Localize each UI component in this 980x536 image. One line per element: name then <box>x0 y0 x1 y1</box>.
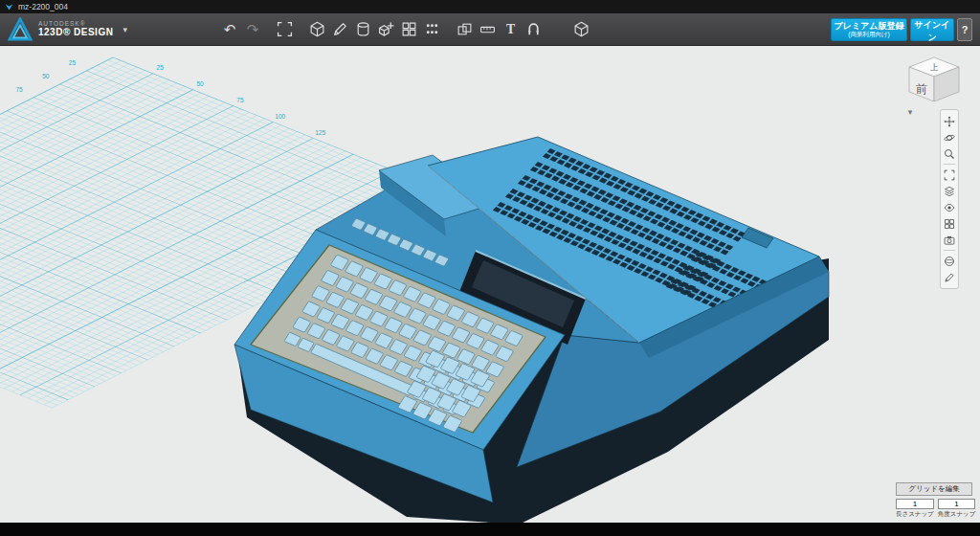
autodesk-123d-logo-icon <box>8 17 33 42</box>
window-titlebar: mz-2200_004 <box>0 0 980 13</box>
sketch-button[interactable] <box>329 18 352 41</box>
zoom-icon <box>944 148 955 160</box>
wireframe-button[interactable] <box>942 215 957 232</box>
app-menu-chevron-down-icon[interactable]: ▾ <box>122 25 127 34</box>
bottom-status-bar <box>0 523 980 536</box>
redo-icon: ↷ <box>247 22 259 36</box>
pattern-icon <box>401 21 417 37</box>
view-settings-button[interactable] <box>570 18 593 41</box>
orbit-button[interactable] <box>942 129 957 145</box>
toolbar-separator <box>944 250 955 251</box>
transform-button[interactable] <box>274 18 297 41</box>
primitives-icon <box>309 21 325 37</box>
modify-button[interactable] <box>375 18 398 41</box>
premium-button-line2: (商業利用向け) <box>848 31 889 37</box>
annotate-button[interactable] <box>942 269 957 285</box>
grid-axis-label: 75 <box>236 97 244 103</box>
combine-button[interactable] <box>454 18 477 41</box>
screenshot-icon <box>944 234 955 246</box>
modify-icon <box>378 21 394 37</box>
pattern-button[interactable] <box>398 18 421 41</box>
edit-grid-button[interactable]: グリッドを編集 <box>896 482 972 496</box>
sign-in-button[interactable]: サインイン <box>910 18 954 41</box>
primitives-button[interactable] <box>306 18 329 41</box>
angle-snap-input[interactable] <box>938 499 976 509</box>
orbit-icon <box>944 132 955 144</box>
view-style-button[interactable] <box>942 183 957 199</box>
transform-icon <box>277 21 293 37</box>
length-snap-label: 長さスナップ <box>896 510 934 519</box>
measure-button[interactable] <box>477 18 500 41</box>
pan-button[interactable] <box>942 113 957 129</box>
grid-axis-label: 75 <box>15 86 23 93</box>
visibility-button[interactable] <box>942 199 957 215</box>
undo-button[interactable]: ↶ <box>218 18 241 41</box>
text-icon <box>502 21 519 37</box>
grid-axis-label: 125 <box>315 129 325 136</box>
visibility-icon <box>944 202 955 213</box>
wireframe-icon <box>944 218 955 230</box>
combine-icon <box>457 21 473 37</box>
view-cube-front-label: 前 <box>916 82 927 96</box>
pan-icon <box>944 116 955 127</box>
grid-axis-label: 50 <box>42 73 50 79</box>
grid-axis-label: 25 <box>69 59 77 66</box>
grid-axis-label: 25 <box>157 64 165 71</box>
toolbar-tools: ↶↷ <box>218 18 593 41</box>
fit-view-button[interactable] <box>942 167 957 183</box>
main-toolbar: AUTODESK® 123D® DESIGN ▾ ↶↷ プレミアム版登録 (商業… <box>0 13 980 46</box>
snap-icon <box>525 21 542 37</box>
computer-model[interactable] <box>234 137 829 523</box>
help-button[interactable]: ? <box>957 18 972 41</box>
viewport-3d[interactable]: 252550507575100125 上 前 ▾ グリッドを編集 長さスナップ … <box>0 46 980 523</box>
material-button[interactable] <box>942 253 957 269</box>
screenshot-button[interactable] <box>942 232 957 248</box>
view-toolbar <box>940 109 959 289</box>
view-settings-icon <box>573 21 590 37</box>
grid-settings-panel: グリッドを編集 長さスナップ 角度スナップ <box>896 478 972 519</box>
angle-snap-label: 角度スナップ <box>938 510 976 519</box>
annotate-icon <box>944 272 955 283</box>
grouping-button[interactable] <box>421 18 444 41</box>
window-title: mz-2200_004 <box>18 2 68 11</box>
view-cube-menu-chevron-down-icon[interactable]: ▾ <box>903 107 917 117</box>
premium-button-line1: プレミアム版登録 <box>834 21 903 31</box>
sketch-icon <box>332 21 348 37</box>
text-button[interactable] <box>500 18 523 41</box>
app-window-icon <box>5 3 13 11</box>
measure-icon <box>479 21 496 37</box>
app-logo[interactable]: AUTODESK® 123D® DESIGN ▾ <box>8 17 127 42</box>
fit-view-icon <box>944 169 955 181</box>
premium-upgrade-button[interactable]: プレミアム版登録 (商業利用向け) <box>831 18 907 41</box>
view-cube-top-label: 上 <box>930 62 939 72</box>
redo-button[interactable]: ↷ <box>241 18 264 41</box>
material-icon <box>944 256 955 267</box>
length-snap-input[interactable] <box>896 499 934 509</box>
view-cube[interactable]: 上 前 ▾ <box>902 52 969 117</box>
brand-product: 123D® DESIGN <box>38 28 113 38</box>
grid-axis-label: 100 <box>275 113 285 120</box>
undo-icon: ↶ <box>224 22 236 36</box>
view-style-icon <box>944 186 955 197</box>
construct-button[interactable] <box>352 18 375 41</box>
construct-icon <box>355 21 371 37</box>
grouping-icon <box>424 21 440 37</box>
snap-button[interactable] <box>523 18 546 41</box>
toolbar-separator <box>944 164 955 165</box>
grid-axis-label: 50 <box>196 80 204 87</box>
zoom-button[interactable] <box>942 145 957 162</box>
